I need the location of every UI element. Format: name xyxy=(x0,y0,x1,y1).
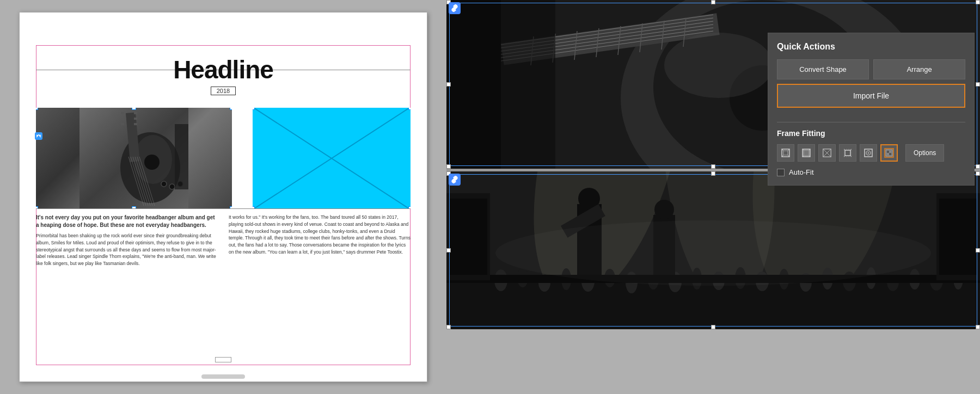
link-icon-left[interactable] xyxy=(35,132,42,140)
frame-fitting-title: Frame Fitting xyxy=(777,129,965,138)
text-columns: It's not every day you put on your favor… xyxy=(36,214,411,354)
photo-top-handle-bm[interactable] xyxy=(711,164,715,169)
cyan-placeholder xyxy=(253,108,411,208)
svg-point-19 xyxy=(169,184,175,189)
chain-icon-bottom[interactable] xyxy=(449,174,461,186)
handle-bl[interactable] xyxy=(36,206,38,208)
frame-fitting-options-button[interactable]: Options xyxy=(905,144,944,162)
svg-rect-11 xyxy=(134,123,137,125)
panel-divider xyxy=(777,122,965,122)
svg-point-110 xyxy=(868,152,869,154)
convert-shape-button[interactable]: Convert Shape xyxy=(777,59,869,79)
handle-tl[interactable] xyxy=(36,108,38,110)
import-file-button[interactable]: Import File xyxy=(777,84,965,108)
svg-point-45 xyxy=(664,33,773,98)
svg-rect-9 xyxy=(134,112,137,114)
headline-year: 2018 xyxy=(211,87,236,95)
headline-area: Headline 2018 xyxy=(36,48,411,102)
photo-top-handle-lm[interactable] xyxy=(446,82,451,87)
text-column-1: It's not every day you put on your favor… xyxy=(36,214,218,354)
auto-fit-label: Auto-Fit xyxy=(789,168,814,176)
concert-handle-tr[interactable] xyxy=(976,171,980,176)
cyan-handle-bl[interactable] xyxy=(253,206,255,208)
concert-handle-tm[interactable] xyxy=(711,171,715,176)
panel-title: Quick Actions xyxy=(777,42,965,52)
svg-point-4 xyxy=(144,155,160,170)
ff-icon-5[interactable] xyxy=(860,144,877,162)
photo-top-handle-tm[interactable] xyxy=(711,0,715,4)
photo-top-handle-rm[interactable] xyxy=(976,82,980,87)
document-page: Headline 2018 xyxy=(19,12,427,382)
image-row xyxy=(36,108,411,208)
svg-rect-116 xyxy=(887,153,889,155)
arrange-button[interactable]: Arrange xyxy=(873,59,965,79)
svg-point-81 xyxy=(495,220,931,286)
svg-rect-6 xyxy=(121,112,124,114)
page-bottom-line xyxy=(36,208,411,209)
svg-rect-21 xyxy=(175,124,188,189)
svg-rect-85 xyxy=(939,199,977,275)
right-panel: Quick Actions Convert Shape Arrange Impo… xyxy=(446,0,980,394)
ff-icon-3[interactable] xyxy=(818,144,836,162)
col2-body: It works for us." It's working for the f… xyxy=(229,214,411,256)
photo-top-handle-bl[interactable] xyxy=(446,164,451,169)
photo-left-inner xyxy=(36,108,232,208)
svg-rect-87 xyxy=(783,151,788,155)
photo-left xyxy=(36,108,232,208)
handle-br[interactable] xyxy=(230,206,232,208)
svg-rect-117 xyxy=(889,153,891,155)
svg-rect-115 xyxy=(889,151,891,153)
left-panel: Headline 2018 xyxy=(0,0,446,394)
headline-text: Headline xyxy=(173,55,273,84)
concert-handle-rm[interactable] xyxy=(976,248,980,253)
handle-bm[interactable] xyxy=(132,206,136,208)
photo-bottom-concert xyxy=(446,171,980,329)
auto-fit-row: Auto-Fit xyxy=(777,168,965,176)
svg-rect-7 xyxy=(121,118,124,120)
quick-actions-buttons-row: Convert Shape Arrange xyxy=(777,59,965,79)
svg-point-18 xyxy=(161,181,167,187)
guitar-bw-photo xyxy=(79,108,188,208)
svg-rect-102 xyxy=(845,150,850,156)
svg-rect-8 xyxy=(121,123,124,125)
col1-body: Primorbital has been shaking up the rock… xyxy=(36,232,218,267)
concert-photo-svg xyxy=(446,171,980,329)
chain-icon-top[interactable] xyxy=(449,2,461,14)
cyan-handle-br[interactable] xyxy=(408,206,411,208)
svg-point-79 xyxy=(654,200,674,219)
concert-handle-lm[interactable] xyxy=(446,248,451,253)
svg-rect-52 xyxy=(446,280,980,329)
ff-icon-1[interactable] xyxy=(777,144,794,162)
text-column-2: It works for us." It's working for the f… xyxy=(229,214,411,354)
concert-handle-bm[interactable] xyxy=(711,325,715,329)
quick-actions-panel: Quick Actions Convert Shape Arrange Impo… xyxy=(768,33,975,186)
photo-top-handle-tr[interactable] xyxy=(976,0,980,4)
svg-rect-83 xyxy=(449,199,487,275)
cyan-handle-tl[interactable] xyxy=(253,108,255,110)
handle-tm[interactable] xyxy=(132,108,136,110)
col1-header: It's not every day you put on your favor… xyxy=(36,214,218,229)
handle-tr[interactable] xyxy=(230,108,232,110)
svg-rect-93 xyxy=(804,150,809,156)
frame-fitting-icons-row: Options xyxy=(777,144,965,162)
auto-fit-checkbox[interactable] xyxy=(777,169,785,176)
concert-handle-br[interactable] xyxy=(976,325,980,329)
ff-icon-4[interactable] xyxy=(839,144,856,162)
page-scrollbar[interactable] xyxy=(201,374,245,379)
svg-rect-114 xyxy=(887,151,889,153)
ff-icon-2[interactable] xyxy=(798,144,815,162)
ff-icon-6-active[interactable] xyxy=(880,144,898,162)
cyan-handle-tr[interactable] xyxy=(408,108,411,110)
svg-rect-47 xyxy=(446,0,501,169)
concert-handle-bl[interactable] xyxy=(446,325,451,329)
photo-top-handle-br[interactable] xyxy=(976,164,980,169)
svg-rect-10 xyxy=(134,118,137,120)
page-footer-marker xyxy=(215,357,231,362)
